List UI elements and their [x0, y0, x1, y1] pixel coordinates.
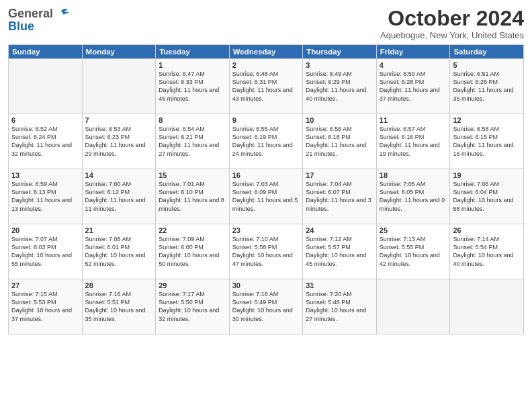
day-number: 29 [159, 281, 226, 289]
calendar-cell: 6Sunrise: 6:52 AMSunset: 6:24 PMDaylight… [9, 114, 83, 169]
day-info: Sunrise: 7:04 AMSunset: 6:07 PMDaylight:… [306, 180, 373, 213]
day-info: Sunrise: 6:48 AMSunset: 6:31 PMDaylight:… [232, 70, 300, 103]
day-number: 22 [159, 226, 226, 234]
day-info: Sunrise: 7:18 AMSunset: 5:49 PMDaylight:… [232, 290, 300, 323]
day-number: 8 [159, 116, 226, 124]
calendar-week-row: 6Sunrise: 6:52 AMSunset: 6:24 PMDaylight… [9, 114, 524, 169]
logo-blue-text: Blue [8, 19, 34, 34]
calendar-cell [450, 279, 524, 334]
logo: General Blue [8, 7, 69, 34]
calendar-cell: 24Sunrise: 7:12 AMSunset: 5:57 PMDayligh… [303, 224, 377, 279]
day-number: 12 [453, 116, 521, 124]
day-number: 25 [380, 226, 447, 234]
title-block: October 2024 Aquebogue, New York, United… [380, 7, 524, 40]
calendar-cell: 18Sunrise: 7:05 AMSunset: 6:05 PMDayligh… [376, 169, 450, 224]
day-info: Sunrise: 7:06 AMSunset: 6:04 PMDaylight:… [453, 180, 521, 213]
day-header-tuesday: Tuesday [156, 45, 230, 59]
calendar-cell: 28Sunrise: 7:16 AMSunset: 5:51 PMDayligh… [82, 279, 156, 334]
day-info: Sunrise: 7:12 AMSunset: 5:57 PMDaylight:… [306, 235, 373, 268]
calendar-header-row: SundayMondayTuesdayWednesdayThursdayFrid… [9, 45, 524, 59]
day-number: 20 [11, 226, 79, 234]
day-info: Sunrise: 6:50 AMSunset: 6:28 PMDaylight:… [380, 70, 447, 103]
day-info: Sunrise: 7:17 AMSunset: 5:50 PMDaylight:… [159, 290, 226, 323]
day-number: 19 [453, 171, 521, 179]
calendar-cell: 15Sunrise: 7:01 AMSunset: 6:10 PMDayligh… [156, 169, 230, 224]
calendar-cell [9, 59, 83, 114]
calendar-cell: 2Sunrise: 6:48 AMSunset: 6:31 PMDaylight… [229, 59, 303, 114]
calendar-cell: 14Sunrise: 7:00 AMSunset: 6:12 PMDayligh… [82, 169, 156, 224]
day-header-sunday: Sunday [9, 45, 83, 59]
calendar-cell: 10Sunrise: 6:56 AMSunset: 6:18 PMDayligh… [303, 114, 377, 169]
day-number: 15 [159, 171, 226, 179]
day-info: Sunrise: 6:52 AMSunset: 6:24 PMDaylight:… [11, 125, 79, 158]
calendar-cell: 26Sunrise: 7:14 AMSunset: 5:54 PMDayligh… [450, 224, 524, 279]
day-info: Sunrise: 7:13 AMSunset: 5:55 PMDaylight:… [380, 235, 447, 268]
day-number: 31 [306, 281, 373, 289]
day-number: 2 [232, 61, 300, 69]
day-header-wednesday: Wednesday [229, 45, 303, 59]
day-number: 18 [380, 171, 447, 179]
calendar-cell: 29Sunrise: 7:17 AMSunset: 5:50 PMDayligh… [156, 279, 230, 334]
calendar-container: General Blue October 2024 Aquebogue, New… [0, 0, 532, 411]
day-info: Sunrise: 6:57 AMSunset: 6:16 PMDaylight:… [380, 125, 447, 158]
calendar-cell: 11Sunrise: 6:57 AMSunset: 6:16 PMDayligh… [376, 114, 450, 169]
day-info: Sunrise: 7:05 AMSunset: 6:05 PMDaylight:… [380, 180, 447, 213]
calendar-cell: 13Sunrise: 6:59 AMSunset: 6:13 PMDayligh… [9, 169, 83, 224]
day-number: 17 [306, 171, 373, 179]
day-number: 30 [232, 281, 300, 289]
day-number: 11 [380, 116, 447, 124]
calendar-table: SundayMondayTuesdayWednesdayThursdayFrid… [8, 44, 524, 334]
day-number: 26 [453, 226, 521, 234]
day-info: Sunrise: 7:07 AMSunset: 6:03 PMDaylight:… [11, 235, 79, 268]
day-number: 27 [11, 281, 79, 289]
day-number: 5 [453, 61, 521, 69]
day-number: 13 [11, 171, 79, 179]
day-info: Sunrise: 7:01 AMSunset: 6:10 PMDaylight:… [159, 180, 226, 213]
calendar-cell: 4Sunrise: 6:50 AMSunset: 6:28 PMDaylight… [376, 59, 450, 114]
day-info: Sunrise: 7:16 AMSunset: 5:51 PMDaylight:… [85, 290, 153, 323]
day-number: 21 [85, 226, 153, 234]
day-number: 14 [85, 171, 153, 179]
calendar-cell [376, 279, 450, 334]
calendar-cell: 31Sunrise: 7:20 AMSunset: 5:48 PMDayligh… [303, 279, 377, 334]
day-header-thursday: Thursday [303, 45, 377, 59]
calendar-cell: 3Sunrise: 6:49 AMSunset: 6:29 PMDaylight… [303, 59, 377, 114]
calendar-cell: 25Sunrise: 7:13 AMSunset: 5:55 PMDayligh… [376, 224, 450, 279]
day-header-monday: Monday [82, 45, 156, 59]
logo-general-text: General [8, 7, 53, 21]
calendar-cell: 9Sunrise: 6:55 AMSunset: 6:19 PMDaylight… [229, 114, 303, 169]
calendar-week-row: 27Sunrise: 7:15 AMSunset: 5:53 PMDayligh… [9, 279, 524, 334]
calendar-cell: 20Sunrise: 7:07 AMSunset: 6:03 PMDayligh… [9, 224, 83, 279]
day-info: Sunrise: 6:54 AMSunset: 6:21 PMDaylight:… [159, 125, 226, 158]
day-info: Sunrise: 7:08 AMSunset: 6:01 PMDaylight:… [85, 235, 153, 268]
day-info: Sunrise: 7:00 AMSunset: 6:12 PMDaylight:… [85, 180, 153, 213]
day-number: 4 [380, 61, 447, 69]
day-number: 28 [85, 281, 153, 289]
calendar-cell: 17Sunrise: 7:04 AMSunset: 6:07 PMDayligh… [303, 169, 377, 224]
day-info: Sunrise: 6:56 AMSunset: 6:18 PMDaylight:… [306, 125, 373, 158]
calendar-cell: 7Sunrise: 6:53 AMSunset: 6:23 PMDaylight… [82, 114, 156, 169]
calendar-cell: 12Sunrise: 6:58 AMSunset: 6:15 PMDayligh… [450, 114, 524, 169]
day-info: Sunrise: 6:59 AMSunset: 6:13 PMDaylight:… [11, 180, 79, 213]
day-number: 7 [85, 116, 153, 124]
day-number: 9 [232, 116, 300, 124]
calendar-cell: 30Sunrise: 7:18 AMSunset: 5:49 PMDayligh… [229, 279, 303, 334]
calendar-cell [82, 59, 156, 114]
day-info: Sunrise: 7:14 AMSunset: 5:54 PMDaylight:… [453, 235, 521, 268]
day-number: 10 [306, 116, 373, 124]
day-info: Sunrise: 6:47 AMSunset: 6:33 PMDaylight:… [159, 70, 226, 103]
calendar-cell: 8Sunrise: 6:54 AMSunset: 6:21 PMDaylight… [156, 114, 230, 169]
calendar-cell: 22Sunrise: 7:09 AMSunset: 6:00 PMDayligh… [156, 224, 230, 279]
calendar-cell: 5Sunrise: 6:51 AMSunset: 6:26 PMDaylight… [450, 59, 524, 114]
month-title: October 2024 [380, 7, 524, 30]
day-number: 23 [232, 226, 300, 234]
day-number: 16 [232, 171, 300, 179]
day-info: Sunrise: 6:49 AMSunset: 6:29 PMDaylight:… [306, 70, 373, 103]
calendar-cell: 19Sunrise: 7:06 AMSunset: 6:04 PMDayligh… [450, 169, 524, 224]
calendar-cell: 27Sunrise: 7:15 AMSunset: 5:53 PMDayligh… [9, 279, 83, 334]
day-header-friday: Friday [376, 45, 450, 59]
day-number: 6 [11, 116, 79, 124]
day-info: Sunrise: 6:51 AMSunset: 6:26 PMDaylight:… [453, 70, 521, 103]
calendar-cell: 1Sunrise: 6:47 AMSunset: 6:33 PMDaylight… [156, 59, 230, 114]
calendar-week-row: 1Sunrise: 6:47 AMSunset: 6:33 PMDaylight… [9, 59, 524, 114]
